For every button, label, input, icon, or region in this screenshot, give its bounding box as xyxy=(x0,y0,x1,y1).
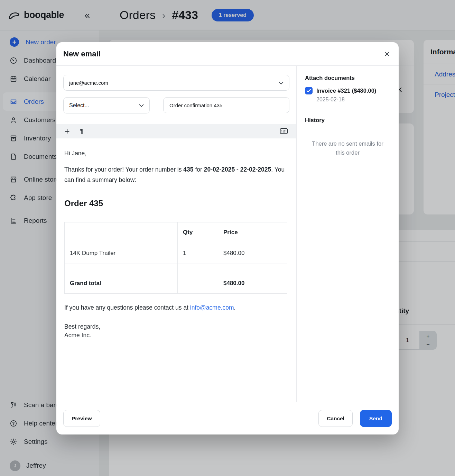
email-body-editor[interactable]: Hi Jane, Thanks for your order! Your ord… xyxy=(56,138,296,340)
invoice-attachment-label: Invoice #321 ($480.00) xyxy=(316,88,376,94)
close-icon[interactable]: × xyxy=(384,49,390,58)
item-price-cell: $480.00 xyxy=(218,243,287,264)
table-header-row: Qty Price xyxy=(65,222,287,243)
check-icon xyxy=(306,89,311,93)
paragraph-format-icon[interactable]: ¶ xyxy=(80,128,84,135)
checkbox-checked[interactable] xyxy=(305,87,313,94)
subject-input[interactable]: Order confirmation 435 xyxy=(163,97,289,113)
attach-documents-heading: Attach documents xyxy=(305,75,390,81)
cancel-button[interactable]: Cancel xyxy=(318,410,353,427)
qty-column-header: Qty xyxy=(178,222,218,243)
template-select[interactable]: Select... xyxy=(63,97,150,113)
chevron-down-icon xyxy=(139,102,144,109)
modal-header: New email × xyxy=(56,42,399,66)
item-column-header xyxy=(65,222,178,243)
grand-total-row: Grand total $480.00 xyxy=(65,273,287,294)
modal-footer: Preview Cancel Send xyxy=(56,402,399,434)
modal-title: New email xyxy=(63,49,101,58)
greeting: Hi Jane, xyxy=(64,149,288,158)
chevron-down-icon xyxy=(279,80,284,86)
history-empty-state: There are no sent emails for this order xyxy=(310,139,385,157)
item-name-cell: 14K Dump Trailer xyxy=(65,243,178,264)
email-compose-column: jane@acme.com Select... Order confirmati… xyxy=(56,66,296,402)
order-heading: Order 435 xyxy=(64,198,288,210)
invoice-date: 2025-02-18 xyxy=(316,97,390,103)
order-summary-table: Qty Price 14K Dump Trailer 1 $480.00 Gra… xyxy=(64,222,287,294)
recipient-select[interactable]: jane@acme.com xyxy=(63,75,289,91)
email-sidebar-column: Attach documents Invoice #321 ($480.00) … xyxy=(296,66,399,402)
attach-document-row: Invoice #321 ($480.00) xyxy=(305,87,390,94)
table-spacer-row xyxy=(65,264,287,273)
contact-paragraph: If you have any questions please contact… xyxy=(64,303,288,312)
preview-button[interactable]: Preview xyxy=(63,410,100,427)
table-row: 14K Dump Trailer 1 $480.00 xyxy=(65,243,287,264)
item-qty-cell: 1 xyxy=(178,243,218,264)
intro-paragraph: Thanks for your order! Your order number… xyxy=(64,164,288,185)
new-email-modal: New email × jane@acme.com Select... xyxy=(56,42,399,434)
recipient-value: jane@acme.com xyxy=(69,80,108,86)
grand-total-label: Grand total xyxy=(65,273,178,294)
template-select-placeholder: Select... xyxy=(69,102,89,109)
insert-block-icon[interactable]: + xyxy=(65,127,70,136)
history-heading: History xyxy=(305,117,390,123)
signoff: Best regards, Acme Inc. xyxy=(64,322,288,340)
price-column-header: Price xyxy=(218,222,287,243)
keyboard-icon[interactable] xyxy=(280,128,288,134)
grand-total-value: $480.00 xyxy=(218,273,287,294)
send-button[interactable]: Send xyxy=(360,410,392,427)
contact-email-link[interactable]: info@acme.com xyxy=(190,304,234,311)
editor-toolbar: + ¶ xyxy=(56,124,296,138)
